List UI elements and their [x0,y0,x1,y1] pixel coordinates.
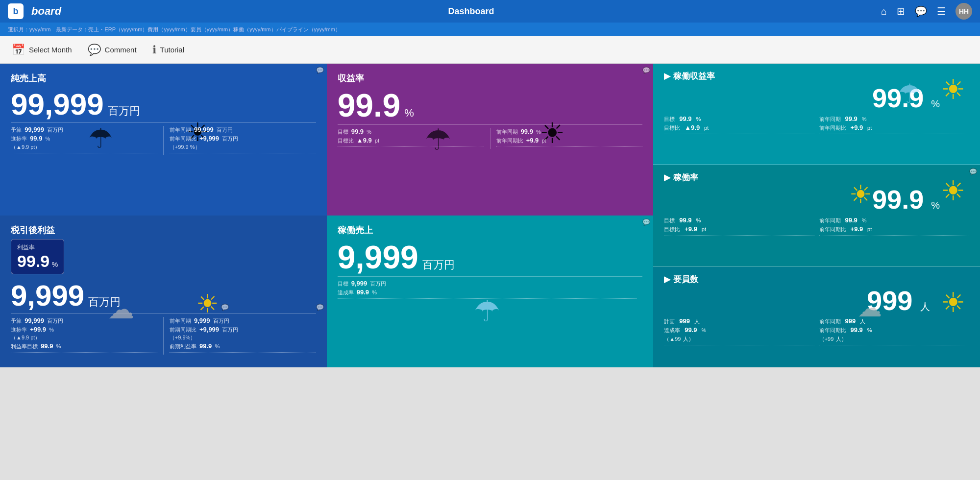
chat-icon-kadouritsu: 💬 [969,168,977,175]
cloud-icon-yoin: ☁ [858,294,882,322]
junuri-title: 純売上高 [11,72,316,84]
sun-icon-5: ☀ [941,175,965,207]
profit-rate-badge: 利益率 99.9 % [11,239,64,274]
chat-icon-shueki: 💬 [642,67,650,74]
kadouritsu-block: 💬 ▶ 稼働率 99.9 % ☀ ☀ 目標 99.9 % 目標比 +9.9 [653,165,980,266]
kadoushueki-title: ▶ 稼働収益率 [664,71,969,82]
kadouuri-left-col: 目標 9,999 百万円 達成率 99.9 % [338,280,643,301]
kadouritsu-title: ▶ 稼働率 [664,172,969,183]
comment-button[interactable]: 💬 Comment [88,44,137,56]
shueki-big-value: 99.9 [338,89,400,121]
top-bar: b board Dashboard ⌂ ⊞ 💬 ☰ HH [0,0,980,23]
shueki-panel: 💬 収益率 99.9 % ☂ ☀ 目標 99.9 % 目標比 ▲9.9 pt [327,64,654,216]
kadouuri-title: 稼働売上 [338,224,643,236]
yoin-big: 999 人 [664,287,969,314]
junuri-budget-val: 99,999 [24,126,44,133]
zeibiki-panel: 税引後利益 利益率 99.9 % 9,999 百万円 ☁ ☀ 💬 💬 予算 99… [0,216,327,367]
kadouritsu-big: 99.9 % [664,186,969,213]
zeibiki-right-col: 前年同期 9,999 百万円 前期同期比 +9,999 百万円 （+9.9%） … [164,317,316,355]
junuri-left-col: 予算 99,999 百万円 進捗率 99.9 % （▲9.9 pt） [11,126,164,155]
select-month-button[interactable]: 📅 Select Month [12,44,72,56]
sub-bar: 選択月：yyyy/mm 最新データ：売上・ERP（yyyy/mm）費用（yyyy… [0,23,980,36]
comment-icon: 💬 [88,44,101,56]
kadouritsu-sub: 目標 99.9 % 目標比 +9.9 pt 前年同期 99.9 % 前年同期比 … [664,216,969,238]
sun-icon-zeibiki: ☀ [196,289,219,318]
shueki-prevcomp-row: 前年同期比 +9.9 pt [496,137,643,144]
junuri-prevcomp-pct: （+99.9 %） [170,144,316,151]
right-panel: ▶ 稼働収益率 99.9 % ☂ ☀ 目標 99.9 % 目標比 ▲9.9 pt [653,64,980,367]
shueki-big-number: 99.9 % [338,89,643,121]
junuri-big-value: 99,999 [11,89,104,120]
junuri-big-unit: 百万円 [108,106,140,117]
select-month-label: Select Month [29,46,72,54]
yoin-right-sub: 前年同期 999 人 前年同期比 99.9 % （+99 人） [819,316,969,347]
kadouritsu-left-sub: 目標 99.9 % 目標比 +9.9 pt [664,216,814,238]
sun-icon-4: ☀ [849,180,872,209]
junuri-panel: 💬 純売上高 99,999 百万円 ☂ ☀ 予算 99,999 百万円 進捗率 … [0,64,327,216]
main-grid: 💬 純売上高 99,999 百万円 ☂ ☀ 予算 99,999 百万円 進捗率 … [0,64,980,367]
junuri-budget-unit: 百万円 [47,127,63,133]
kadoushueki-block: ▶ 稼働収益率 99.9 % ☂ ☀ 目標 99.9 % 目標比 ▲9.9 pt [653,64,980,165]
kadouuri-panel: 💬 稼働売上 9,999 百万円 ☂ 目標 9,999 百万円 達成率 99.9… [327,216,654,367]
shueki-left-col: 目標 99.9 % 目標比 ▲9.9 pt [338,128,490,149]
sun-icon-6: ☀ [941,287,965,318]
logo-text: board [31,5,61,18]
calendar-icon: 📅 [12,44,25,56]
shueki-targetcomp-row: 目標比 ▲9.9 pt [338,137,484,144]
junuri-prev-val: 99,999 [194,126,214,133]
arrow-icon-3: ▶ [664,274,670,285]
zeibiki-title: 税引後利益 [11,224,316,236]
chat-icon-zeibiki2: 💬 [221,304,229,311]
chat-icon-kadouuri: 💬 [642,218,650,226]
home-icon[interactable]: ⌂ [881,6,887,17]
top-bar-icons: ⌂ ⊞ 💬 ☰ HH [881,3,972,20]
junuri-progress-val: 99.9 [30,135,42,142]
shueki-bottom: 目標 99.9 % 目標比 ▲9.9 pt 前年同期 99.9 % [338,128,643,149]
junuri-right-col: 前年同期 99,999 百万円 前年同期比 +9,999 百万円 （+99.9 … [164,126,316,155]
shueki-right-col: 前年同期 99.9 % 前年同期比 +9.9 pt [490,128,643,149]
shueki-title: 収益率 [338,72,643,84]
table-icon[interactable]: ⊞ [897,5,905,17]
junuri-bottom: 予算 99,999 百万円 進捗率 99.9 % （▲9.9 pt） 前年同期 [11,126,316,155]
avatar[interactable]: HH [956,3,972,20]
info-icon: ℹ [152,44,156,56]
zeibiki-big-value: 9,999 [11,281,84,311]
tutorial-label: Tutorial [160,46,184,54]
chat-icon[interactable]: 💬 [915,5,927,17]
chat-icon-zeibiki: 💬 [316,304,324,311]
comment-label: Comment [105,46,137,54]
zeibiki-big-number: 9,999 百万円 [11,281,316,311]
logo-letter: b [8,3,24,19]
sun-icon-3: ☀ [941,73,965,105]
arrow-icon-2: ▶ [664,172,670,183]
kadoushueki-big: 99.9 % [664,85,969,111]
junuri-prev-label: 前年同期 99,999 百万円 [170,126,316,134]
kadouuri-big-number: 9,999 百万円 [338,241,643,273]
tutorial-button[interactable]: ℹ Tutorial [152,44,184,56]
zeibiki-bottom: 予算 99,999 百万円 進捗率 +99.9 % （▲9.9 pt） 利益率目… [11,317,316,355]
kadoushueki-sub: 目標 99.9 % 目標比 ▲9.9 pt 前年同期 99.9 % 前年同期比 … [664,114,969,136]
yoin-block: ▶ 要員数 999 人 ☁ ☀ 計画 999 人 達成率 99.9 % [653,267,980,367]
shueki-prev-row: 前年同期 99.9 % [496,128,643,136]
junuri-progress-row: 進捗率 99.9 % [11,135,157,143]
menu-icon[interactable]: ☰ [937,5,946,17]
junuri-big-number: 99,999 百万円 [11,89,316,120]
junuri-prevcomp-row: 前年同期比 +9,999 百万円 [170,135,316,143]
sub-bar-text: 選択月：yyyy/mm 最新データ：売上・ERP（yyyy/mm）費用（yyyy… [8,26,341,33]
junuri-budget-label: 予算 99,999 百万円 [11,126,157,134]
umbrella-icon-3: ☂ [898,78,921,109]
yoin-sub: 計画 999 人 達成率 99.9 % （▲99 人） 前年同期 999 人 [664,316,969,347]
kadouuri-bottom: 目標 9,999 百万円 達成率 99.9 % [338,280,643,301]
kadouuri-big-unit: 百万円 [422,260,455,270]
junuri-progress-pt: （▲9.9 pt） [11,144,157,151]
kadouuri-big-value: 9,999 [338,241,418,273]
junuri-prevcomp-val: +9,999 [199,135,219,142]
page-title: Dashboard [69,6,873,17]
junuri-progress-unit: % [46,136,50,142]
yoin-title: ▶ 要員数 [664,274,969,285]
kadoushueki-right-sub: 前年同期 99.9 % 前年同期比 +9.9 pt [819,114,969,136]
zeibiki-left-col: 予算 99,999 百万円 進捗率 +99.9 % （▲9.9 pt） 利益率目… [11,317,164,355]
shueki-big-unit: % [404,108,414,119]
arrow-icon-1: ▶ [664,71,670,81]
yoin-left-sub: 計画 999 人 達成率 99.9 % （▲99 人） [664,316,814,347]
